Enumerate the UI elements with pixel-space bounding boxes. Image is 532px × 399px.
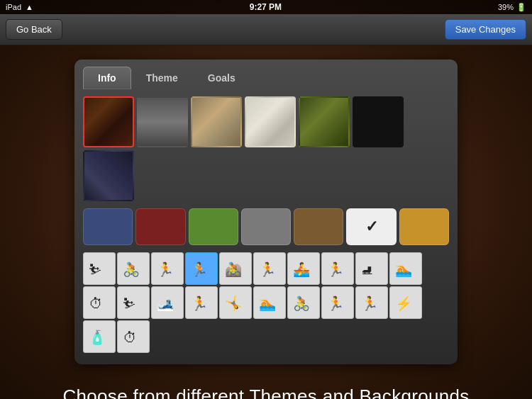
svg-text:🏃: 🏃 [327,295,345,312]
icon-gold-figure[interactable]: 🏃 [321,286,354,319]
color-swatch-gray[interactable] [241,208,291,245]
icon-rowing[interactable]: 🚣 [287,252,320,285]
icon-skating[interactable]: ⛸ [355,252,388,285]
icon-running[interactable]: 🏃 [151,252,184,285]
battery-indicator: 39% [498,3,514,11]
icon-running3[interactable]: 🏃 [185,286,218,319]
background-item-1[interactable] [83,96,134,147]
backgrounds-grid [74,89,458,208]
icon-cycling2[interactable]: 🚵 [219,252,252,285]
svg-text:🚴: 🚴 [123,261,140,278]
icon-bottle[interactable]: 🧴 [83,320,116,353]
svg-text:⛷: ⛷ [89,262,103,277]
svg-text:🏊: 🏊 [259,295,277,312]
bottom-description-text: Choose from different Themes and Backgro… [63,386,470,399]
icon-cycling3[interactable]: 🚴 [287,286,320,319]
main-content: Info Theme Goals ✓ [0,45,532,399]
battery-icon: 🔋 [516,3,526,12]
theme-panel: Info Theme Goals ✓ [74,60,458,364]
color-swatch-red[interactable] [135,208,185,245]
status-bar: iPad ▲ 9:27 PM 39% 🔋 [0,0,532,14]
svg-text:🚵: 🚵 [225,261,243,278]
svg-text:🏊: 🏊 [395,261,413,278]
icon-running-highlight[interactable]: 🏃 [185,252,218,285]
icon-swimming2[interactable]: 🏊 [253,286,286,319]
svg-text:⏱: ⏱ [89,296,103,311]
svg-text:🏃: 🏃 [327,261,345,278]
wifi-icon: ▲ [26,3,33,11]
color-swatch-gold[interactable] [399,208,449,245]
background-item-4[interactable] [245,96,296,147]
background-item-3[interactable] [191,96,242,147]
svg-text:🏃: 🏃 [259,261,277,278]
svg-text:🏃: 🏃 [191,295,209,312]
icon-skiing[interactable]: ⛷ [83,252,116,285]
background-item-6[interactable] [353,96,404,147]
svg-text:🚴: 🚴 [293,295,311,312]
icon-skating2[interactable]: ⛷ [117,286,150,319]
background-item-7[interactable] [83,150,134,201]
color-swatch-blue[interactable] [83,208,133,245]
icon-running4[interactable]: 🏃 [355,286,388,319]
status-time: 9:27 PM [250,2,282,12]
svg-text:⛸: ⛸ [361,262,375,277]
tab-theme[interactable]: Theme [131,67,193,89]
icon-sprinting[interactable]: 🏃 [321,252,354,285]
background-item-5[interactable] [299,96,350,147]
svg-text:⛷: ⛷ [123,296,137,311]
status-right: 39% 🔋 [498,3,526,12]
icon-cycling[interactable]: 🚴 [117,252,150,285]
icon-stopwatch[interactable]: ⏱ [83,286,116,319]
color-swatch-brown[interactable] [294,208,343,245]
svg-text:🤸: 🤸 [225,295,243,312]
color-swatch-green[interactable] [189,208,238,245]
icon-jumping[interactable]: 🤸 [219,286,252,319]
svg-text:🏃: 🏃 [157,261,174,278]
icon-running2[interactable]: 🏃 [253,252,286,285]
icon-timer[interactable]: ⏱ [117,320,150,353]
svg-text:⏱: ⏱ [123,330,137,345]
svg-text:🚣: 🚣 [293,261,311,278]
color-swatch-checkmark[interactable]: ✓ [346,208,396,245]
color-swatches-row: ✓ [74,208,458,249]
tab-info[interactable]: Info [83,67,131,89]
tab-goals[interactable]: Goals [193,67,250,89]
device-label: iPad [6,3,21,11]
go-back-button[interactable]: Go Back [6,19,62,40]
svg-text:🏃: 🏃 [361,295,379,312]
tab-bar: Info Theme Goals [74,60,458,89]
save-changes-button[interactable]: Save Changes [445,19,526,40]
icon-sprint[interactable]: ⚡ [389,286,422,319]
icons-grid: ⛷ 🚴 🏃 🏃 🚵 🏃 🚣 🏃 ⛸ [74,249,458,356]
icon-swimming[interactable]: 🏊 [389,252,422,285]
svg-text:⚡: ⚡ [395,295,413,312]
svg-text:🏃: 🏃 [191,261,209,278]
toolbar: Go Back Save Changes [0,14,532,45]
svg-text:🎿: 🎿 [157,295,174,312]
svg-text:🧴: 🧴 [89,329,106,346]
icon-skiing2[interactable]: 🎿 [151,286,184,319]
status-left: iPad ▲ [6,3,33,11]
background-item-2[interactable] [137,96,188,147]
